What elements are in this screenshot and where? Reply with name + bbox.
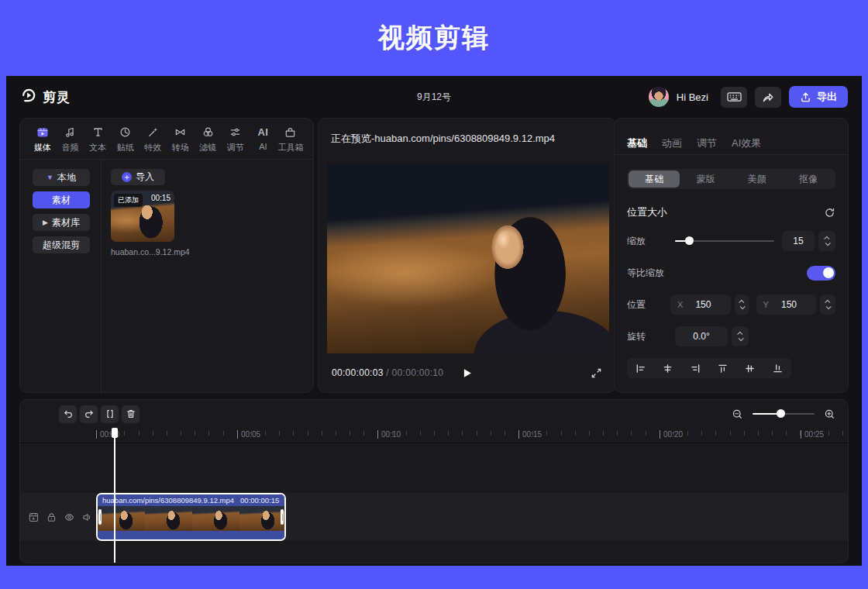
avatar[interactable] [649,87,669,107]
timeline-zoom-slider[interactable] [753,408,815,419]
timeline-clip[interactable]: huaban.com/pins/6308809849.9.12.mp4 00:0… [96,493,286,541]
undo-icon [63,408,74,419]
align-center-horizontal-icon [663,363,673,374]
playhead-handle[interactable] [112,428,118,438]
page-title: 视频剪辑 [378,20,490,56]
import-button[interactable]: ＋ 导入 [111,169,165,185]
timeline-zoom-knob[interactable] [777,409,785,418]
scale-row: 缩放 15 [627,231,835,251]
segment-beauty[interactable]: 美颜 [732,170,783,188]
tab-transition[interactable]: 转场 [167,126,194,153]
library-body: ▼ 本地 素材 ▶ 素材库 超级混剪 ＋ 导入 [20,159,313,394]
tab-text[interactable]: 文本 [84,126,111,153]
position-x-stepper[interactable] [735,294,750,315]
logo-icon [20,87,37,107]
app-name: 剪灵 [43,88,71,106]
segment-mask[interactable]: 蒙版 [680,170,731,188]
visibility-button[interactable] [64,512,74,522]
video-preview[interactable] [327,164,609,353]
clip-trim-handle-left[interactable] [98,509,102,525]
ruler-minor-ticks [96,431,848,436]
scale-value[interactable]: 15 [782,231,815,251]
tab-audio[interactable]: 音频 [57,126,84,153]
scale-stepper[interactable] [818,231,835,251]
align-right-button[interactable] [682,358,709,378]
uniform-scale-toggle[interactable] [807,266,835,281]
filter-icon [202,126,214,139]
play-button[interactable] [457,363,477,383]
tab-media[interactable]: 媒体 [29,126,56,153]
divider [615,154,848,155]
split-button[interactable] [101,405,119,423]
delete-button[interactable] [122,405,140,423]
tab-adjustment[interactable]: 调节 [697,136,717,150]
media-library-panel: 媒体 音频 文本 贴纸 特效 转场 [19,118,314,393]
tab-ai[interactable]: AI AI [250,126,276,153]
rotation-stepper[interactable] [732,326,749,346]
timeline-zoom-controls [732,408,835,420]
tab-filter[interactable]: 滤镜 [195,126,221,153]
segment-chroma[interactable]: 抠像 [783,170,834,188]
ruler-label: 00:15 [518,430,542,439]
rotation-value[interactable]: 0.0° [675,326,728,346]
zoom-out-button[interactable] [732,408,743,420]
tab-effects[interactable]: 特效 [140,126,166,153]
preview-panel: 正在预览-huaban.com/pins/6308809849.9.12.mp4… [318,118,616,393]
fullscreen-button[interactable] [591,367,602,379]
export-button[interactable]: 导出 [789,86,848,108]
align-center-vertical-button[interactable] [736,358,763,378]
alignment-toolbar [627,358,791,378]
position-y-stepper[interactable] [820,294,835,315]
align-center-horizontal-button[interactable] [654,358,681,378]
align-left-button[interactable] [627,358,654,378]
keyboard-shortcuts-button[interactable] [721,87,747,108]
ruler-label: 00:10 [377,430,401,439]
inspector-panel: 基础 动画 调节 AI效果 基础 蒙版 美颜 抠像 位置大小 缩放 [614,118,849,393]
trash-icon [126,408,136,419]
mute-button[interactable] [82,512,92,522]
sidebar-item-super-mix[interactable]: 超级混剪 [33,236,90,253]
clip-name: huaban.com/pins/6308809849.9.12.mp4 [102,496,234,505]
audio-icon [64,126,76,139]
tab-toolbox[interactable]: 工具箱 [277,126,304,153]
inspector-segmented-control: 基础 蒙版 美颜 抠像 [627,169,835,189]
time-separator: / [384,367,392,378]
align-left-icon [636,363,646,374]
redo-button[interactable] [80,405,98,423]
clip-trim-handle-right[interactable] [281,509,284,525]
preview-controls: 00:00:00:03 / 00:00:00:10 [319,360,615,385]
position-x-field[interactable]: X 150 [670,294,731,315]
clip-duration: 00:00:00:15 [240,496,279,505]
lock-button[interactable] [46,512,57,522]
undo-button[interactable] [59,405,77,423]
reset-icon [824,207,835,219]
tab-adjust[interactable]: 调节 [222,126,249,153]
sidebar-item-material[interactable]: 素材 [33,191,90,208]
position-y-field[interactable]: Y 150 [756,294,817,315]
scale-slider[interactable] [675,236,774,246]
app-window: 剪灵 9月12号 Hi Bezi 导出 媒体 [6,76,862,566]
timeline-ruler[interactable]: 00:00 00:05 00:10 00:15 00:20 00:25 [20,428,848,443]
media-thumbnail[interactable]: 已添加 00:15 [111,191,174,242]
reset-button[interactable] [824,207,835,219]
align-bottom-button[interactable] [764,358,791,378]
tab-animation[interactable]: 动画 [662,136,682,150]
preview-title: 正在预览-huaban.com/pins/6308809849.9.12.mp4 [319,119,615,146]
tab-basic[interactable]: 基础 [627,136,647,150]
zoom-in-button[interactable] [824,408,835,420]
sidebar-item-local[interactable]: ▼ 本地 [33,169,90,186]
tab-ai-effects[interactable]: AI效果 [732,136,761,150]
align-bottom-icon [773,363,783,374]
align-top-button[interactable] [709,358,736,378]
sidebar-item-material-library[interactable]: ▶ 素材库 [33,214,90,231]
playhead[interactable] [114,428,115,563]
fullscreen-icon [591,367,602,379]
scale-slider-knob[interactable] [685,236,694,245]
zoom-out-icon [732,408,743,420]
share-button[interactable] [755,87,781,108]
text-icon [92,126,104,139]
uniform-scale-label: 等比缩放 [627,267,675,280]
tab-sticker[interactable]: 贴纸 [112,126,139,153]
segment-basic[interactable]: 基础 [629,170,680,188]
cover-button[interactable] [29,512,39,522]
